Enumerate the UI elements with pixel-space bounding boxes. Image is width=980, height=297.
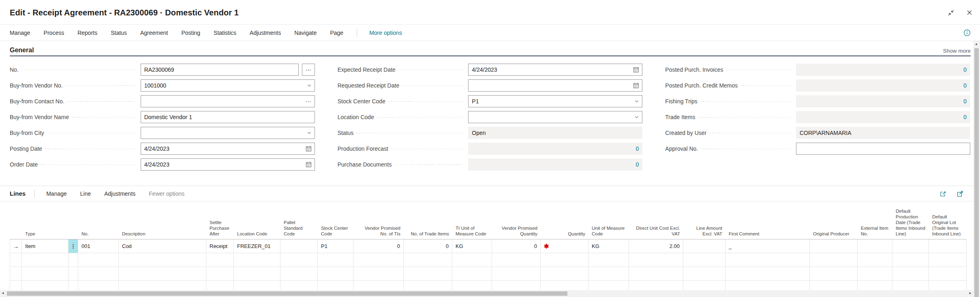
empty-cell-default-production-date[interactable] xyxy=(892,253,929,267)
chevron-down-icon[interactable] xyxy=(307,130,312,135)
close-icon[interactable] xyxy=(965,9,974,17)
column-header-default-original-lot[interactable]: Default Original Lot (Trade Items Inboun… xyxy=(929,201,967,239)
menu-statistics[interactable]: Statistics xyxy=(214,30,236,36)
column-header-ti-unit-of-measure-code[interactable]: TI Unit of Measure Code xyxy=(452,201,492,239)
cell-original-producer[interactable] xyxy=(810,239,858,253)
info-icon[interactable] xyxy=(963,29,971,37)
input-stock-center-code[interactable]: P1 xyxy=(468,95,642,107)
empty-cell-location-code[interactable] xyxy=(234,253,280,267)
column-header-direct-unit-cost-excl-vat[interactable]: Direct Unit Cost Excl. VAT xyxy=(629,201,683,239)
open-in-new-window-icon[interactable] xyxy=(956,190,964,197)
empty-cell-no-of-trade-items[interactable] xyxy=(404,253,452,267)
cell-default-production-date[interactable] xyxy=(892,239,929,253)
horizontal-scrollbar[interactable]: ◄ ► xyxy=(0,290,973,297)
empty-cell-default-original-lot[interactable] xyxy=(929,267,967,280)
horizontal-scroll-thumb[interactable] xyxy=(7,291,567,296)
empty-cell-external-item-no[interactable] xyxy=(858,253,892,267)
empty-cell-first-comment[interactable] xyxy=(725,267,810,280)
empty-cell-stock-center-code[interactable] xyxy=(318,253,353,267)
empty-cell-quantity[interactable] xyxy=(541,267,588,280)
empty-cell-unit-of-measure-code[interactable] xyxy=(588,253,629,267)
cell-no-of-trade-items[interactable]: 0 xyxy=(404,239,452,253)
scroll-up-arrow-icon[interactable]: ▲ xyxy=(975,43,978,46)
empty-cell-pallet-standard-code[interactable] xyxy=(280,267,318,280)
input-expected-receipt-date[interactable]: 4/24/2023 xyxy=(468,64,642,76)
cell-no[interactable]: 001 xyxy=(78,239,119,253)
empty-cell-direct-unit-cost-excl-vat[interactable] xyxy=(629,267,683,280)
empty-cell-default-original-lot[interactable] xyxy=(929,253,967,267)
empty-cell-vendor-promised-no-of-tis[interactable] xyxy=(353,253,404,267)
empty-cell-unit-of-measure-code[interactable] xyxy=(588,267,629,280)
empty-cell-default-original-lot[interactable] xyxy=(929,281,967,290)
cell-vendor-promised-no-of-tis[interactable]: 0 xyxy=(353,239,404,253)
input-location-code[interactable] xyxy=(468,111,642,123)
field-value[interactable]: 0 xyxy=(636,161,639,168)
menu-manage[interactable]: Manage xyxy=(10,30,30,36)
empty-cell-description[interactable] xyxy=(119,253,206,267)
menu-status[interactable]: Status xyxy=(111,30,127,36)
empty-cell-default-production-date[interactable] xyxy=(892,267,929,280)
empty-cell-first-comment[interactable] xyxy=(725,253,810,267)
cell-settle-purchase-after[interactable]: Receipt xyxy=(206,239,234,253)
column-header-vendor-promised-quantity[interactable]: Vendor Promised Quantity xyxy=(492,201,541,239)
column-header-default-production-date[interactable]: Default Production Date (Trade Items Inb… xyxy=(892,201,929,239)
calendar-icon[interactable] xyxy=(306,146,312,152)
empty-cell-no[interactable] xyxy=(78,253,119,267)
cell-vendor-promised-quantity[interactable]: 0 xyxy=(492,239,541,253)
scroll-left-arrow-icon[interactable]: ◄ xyxy=(1,292,4,295)
calendar-icon[interactable] xyxy=(633,83,639,89)
cell-description[interactable]: Cod xyxy=(119,239,206,253)
empty-cell-external-item-no[interactable] xyxy=(858,267,892,280)
empty-cell-settle-purchase-after[interactable] xyxy=(206,281,234,290)
empty-cell-no-of-trade-items[interactable] xyxy=(404,267,452,280)
empty-cell-ti-unit-of-measure-code[interactable] xyxy=(452,281,492,290)
empty-cell-direct-unit-cost-excl-vat[interactable] xyxy=(629,253,683,267)
input-buy-from-vendor-no[interactable]: 1001000 xyxy=(141,79,315,92)
column-header-first-comment[interactable]: First Comment xyxy=(725,201,810,239)
menu-process[interactable]: Process xyxy=(44,30,64,36)
empty-cell-pallet-standard-code[interactable] xyxy=(280,281,318,290)
lines-menu-line[interactable]: Line xyxy=(80,190,91,197)
calendar-icon[interactable] xyxy=(633,67,639,73)
empty-cell-default-production-date[interactable] xyxy=(892,281,929,290)
menu-page[interactable]: Page xyxy=(330,30,343,36)
empty-cell-type[interactable] xyxy=(22,281,68,290)
empty-cell-vendor-promised-no-of-tis[interactable] xyxy=(353,267,404,280)
empty-cell-more-options[interactable] xyxy=(68,253,78,267)
field-value[interactable]: 0 xyxy=(963,114,967,120)
empty-cell-location-code[interactable] xyxy=(234,267,280,280)
input-order-date[interactable]: 4/24/2023 xyxy=(141,158,315,171)
empty-cell-more-options[interactable] xyxy=(68,267,78,280)
column-header-vendor-promised-no-of-tis[interactable]: Vendor Promised No. of TIs xyxy=(353,201,404,239)
share-icon[interactable] xyxy=(939,190,947,197)
field-value[interactable]: 0 xyxy=(963,82,967,89)
column-header-stock-center-code[interactable]: Stock Center Code xyxy=(318,201,353,239)
cell-default-original-lot[interactable] xyxy=(929,239,967,253)
column-header-settle-purchase-after[interactable]: Settle Purchase After xyxy=(206,201,234,239)
column-header-no-of-trade-items[interactable]: No. of Trade Items xyxy=(404,201,452,239)
empty-cell-first-comment[interactable] xyxy=(725,281,810,290)
field-value[interactable]: 0 xyxy=(636,145,639,152)
cell-ti-unit-of-measure-code[interactable]: KG xyxy=(452,239,492,253)
input-buy-from-city[interactable] xyxy=(141,127,315,139)
cell-stock-center-code[interactable]: P1 xyxy=(318,239,353,253)
empty-cell-pallet-standard-code[interactable] xyxy=(280,253,318,267)
column-header-quantity[interactable]: Quantity xyxy=(541,201,588,239)
column-header-type[interactable]: Type xyxy=(22,201,68,239)
cell-type[interactable]: Item xyxy=(22,239,68,253)
show-more-link[interactable]: Show more xyxy=(943,48,971,54)
input-buy-from-vendor-name[interactable]: Domestic Vendor 1 xyxy=(141,111,315,123)
column-header-pallet-standard-code[interactable]: Pallet Standard Code xyxy=(280,201,318,239)
empty-cell-stock-center-code[interactable] xyxy=(318,267,353,280)
vertical-scrollbar[interactable]: ▲ xyxy=(973,41,980,297)
input-posting-date[interactable]: 4/24/2023 xyxy=(141,143,315,155)
empty-cell-description[interactable] xyxy=(119,281,206,290)
cell-unit-of-measure-code[interactable]: KG xyxy=(588,239,629,253)
empty-cell-ti-unit-of-measure-code[interactable] xyxy=(452,267,492,280)
menu-adjustments[interactable]: Adjustments xyxy=(250,30,281,36)
empty-cell-line-amount-excl-vat[interactable] xyxy=(683,281,725,290)
input-no[interactable]: RA2300069 xyxy=(141,64,299,76)
field-value[interactable]: 0 xyxy=(963,66,967,73)
empty-cell-description[interactable] xyxy=(119,267,206,280)
fewer-options-button[interactable]: Fewer options xyxy=(149,190,184,197)
